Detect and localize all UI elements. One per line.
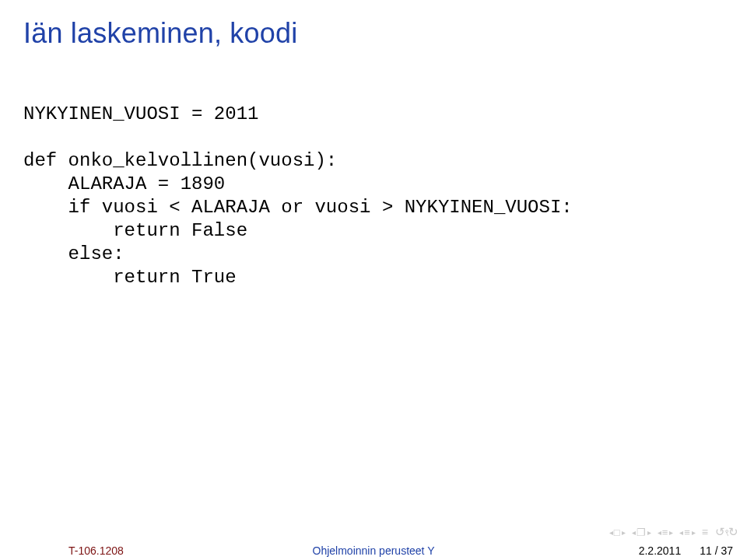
nav-presentation-icon[interactable]: ≡ <box>702 526 708 538</box>
beamer-nav-symbols: ◂ □ ▸ ◂ ❐ ▸ ◂ ≡ ▸ ◂ ≡ ▸ ≡ ↺९↻ <box>606 524 738 540</box>
nav-next-slide-icon[interactable]: ▸ <box>622 528 625 537</box>
nav-frame-icon: ❐ <box>637 527 646 538</box>
code-line: NYKYINEN_VUOSI = 2011 <box>23 103 258 124</box>
footer-right: 2.2.2011 11 / 37 <box>639 544 733 557</box>
nav-next-subsection-icon[interactable]: ▸ <box>692 528 695 537</box>
nav-prev-frame-icon[interactable]: ◂ <box>632 528 635 537</box>
code-line: else: <box>23 243 124 264</box>
nav-next-section-icon[interactable]: ▸ <box>669 528 672 537</box>
code-line: if vuosi < ALARAJA or vuosi > NYKYINEN_V… <box>23 197 573 218</box>
nav-slide-group[interactable]: ◂ □ ▸ <box>609 527 625 538</box>
nav-slide-icon: □ <box>614 527 620 538</box>
code-line: def onko_kelvollinen(vuosi): <box>23 150 337 171</box>
slide-title: Iän laskeminen, koodi <box>23 17 297 50</box>
footline: T-106.1208 Ohjelmoinnin perusteet Y 2.2.… <box>0 544 747 557</box>
code-line: return True <box>23 267 237 288</box>
nav-section-group[interactable]: ◂ ≡ ▸ <box>658 527 673 538</box>
nav-section-icon: ≡ <box>662 527 668 538</box>
footer-date: 2.2.2011 <box>639 544 682 557</box>
nav-circ-icon[interactable]: ↺९↻ <box>715 525 738 539</box>
nav-prev-subsection-icon[interactable]: ◂ <box>679 528 682 537</box>
nav-prev-section-icon[interactable]: ◂ <box>658 528 661 537</box>
footer-course-title: Ohjelmoinnin perusteet Y <box>313 544 435 557</box>
code-line: ALARAJA = 1890 <box>23 173 225 194</box>
slide: Iän laskeminen, koodi NYKYINEN_VUOSI = 2… <box>0 0 747 560</box>
footer-course-code: T-106.1208 <box>68 544 124 557</box>
nav-subsection-group[interactable]: ◂ ≡ ▸ <box>679 527 695 538</box>
code-line: return False <box>23 220 247 241</box>
nav-subsection-icon: ≡ <box>684 527 690 538</box>
footer-page: 11 / 37 <box>700 544 733 557</box>
code-block: NYKYINEN_VUOSI = 2011 def onko_kelvollin… <box>23 103 573 289</box>
nav-frame-group[interactable]: ◂ ❐ ▸ <box>632 527 651 538</box>
nav-prev-slide-icon[interactable]: ◂ <box>609 528 612 537</box>
nav-next-frame-icon[interactable]: ▸ <box>647 528 651 537</box>
